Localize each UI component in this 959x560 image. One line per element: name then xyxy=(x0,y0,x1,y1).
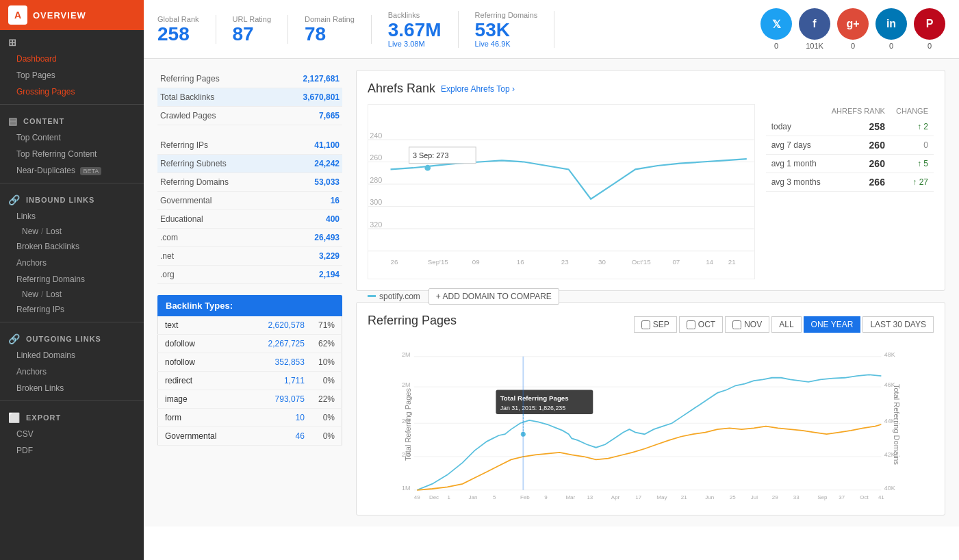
stat-value-cell: 26,493 xyxy=(288,229,342,247)
table-row: Educational 400 xyxy=(157,210,342,229)
overview-section-header: ⊞ xyxy=(0,30,144,51)
rank-row-change: ↑ 2 xyxy=(891,118,934,136)
rank-row-change: ↑ 5 xyxy=(891,155,934,173)
rank-col1-header xyxy=(766,104,826,118)
table-row: .com 26,493 xyxy=(157,229,342,247)
sidebar-item-top-referring-content[interactable]: Top Referring Content xyxy=(0,146,144,162)
facebook-count: 101K xyxy=(806,42,823,50)
svg-text:Jan: Jan xyxy=(469,494,478,500)
type-cell: nofollow xyxy=(158,353,245,372)
ahrefs-rank-chart: 240 260 280 300 320 26 Sep'15 09 16 23 3… xyxy=(368,104,755,279)
svg-text:17: 17 xyxy=(635,494,641,500)
pct-cell: 10% xyxy=(311,353,342,372)
stats-bar: Global Rank 258 URL Rating 87 Domain Rat… xyxy=(144,0,959,59)
table-row: avg 1 month 260 ↑ 5 xyxy=(766,155,934,173)
content-section-header: ▤ CONTENT xyxy=(0,109,144,129)
sidebar-item-top-pages[interactable]: Top Pages xyxy=(0,67,144,84)
sidebar-item-grossing-pages[interactable]: Grossing Pages xyxy=(0,84,144,100)
filter-all[interactable]: ALL xyxy=(771,316,801,333)
facebook-btn[interactable]: f 101K xyxy=(799,8,830,50)
sidebar-item-referring-domains[interactable]: Referring Domains xyxy=(0,271,144,288)
type-cell: redirect xyxy=(158,372,245,390)
nov-checkbox[interactable] xyxy=(732,320,741,329)
twitter-btn[interactable]: 𝕏 0 xyxy=(760,8,792,50)
googleplus-btn[interactable]: g+ 0 xyxy=(837,8,869,50)
svg-text:49: 49 xyxy=(414,494,420,500)
svg-text:Total Referring Pages: Total Referring Pages xyxy=(500,394,570,401)
sidebar-item-near-duplicates[interactable]: Near-Duplicates BETA xyxy=(0,162,144,179)
referring-domains-sub: New / Lost xyxy=(0,288,144,301)
svg-text:9: 9 xyxy=(544,494,548,500)
inbound-section-header: 🔗 INBOUND LINKS xyxy=(0,188,144,208)
referring-chart-wrapper: Total Referring Pages Total Referring Do… xyxy=(368,344,934,505)
svg-rect-66 xyxy=(522,357,524,490)
add-domain-button[interactable]: + ADD DOMAIN TO COMPARE xyxy=(429,288,559,305)
left-panel: Referring Pages 2,127,681 Total Backlink… xyxy=(157,70,342,516)
logo-icon: A xyxy=(8,5,27,25)
oct-checkbox[interactable] xyxy=(687,320,695,329)
filter-one-year[interactable]: ONE YEAR xyxy=(804,316,861,333)
filter-last-30-days[interactable]: LAST 30 DAYS xyxy=(862,316,934,333)
svg-text:1M: 1M xyxy=(402,485,410,492)
sidebar-item-links[interactable]: Links xyxy=(0,208,144,225)
googleplus-icon: g+ xyxy=(837,8,869,40)
main-content: Global Rank 258 URL Rating 87 Domain Rat… xyxy=(144,0,959,560)
filter-nov[interactable]: NOV xyxy=(725,316,769,333)
sidebar-item-anchors-outgoing[interactable]: Anchors xyxy=(0,364,144,380)
domain-rating-label: Domain Rating xyxy=(305,15,355,23)
sidebar-item-broken-links[interactable]: Broken Links xyxy=(0,380,144,396)
ahrefs-chart-area: 240 260 280 300 320 26 Sep'15 09 16 23 3… xyxy=(368,104,934,279)
referring-domains-new[interactable]: New xyxy=(22,290,38,299)
sep-checkbox[interactable] xyxy=(641,320,650,329)
ahrefs-rank-title: Ahrefs Rank Explore Ahrefs Top › xyxy=(368,81,934,96)
svg-text:Mar: Mar xyxy=(565,494,575,500)
table-row: .net 3,229 xyxy=(157,247,342,266)
backlinks-sub-value: 3.08M xyxy=(404,40,425,48)
left-stats-table1: Referring Pages 2,127,681 Total Backlink… xyxy=(157,70,342,125)
outgoing-icon: 🔗 xyxy=(8,333,21,344)
sidebar-logo[interactable]: A OVERVIEW xyxy=(0,0,144,30)
stat-label-cell: Educational xyxy=(157,210,288,229)
table-row: Referring Domains 53,033 xyxy=(157,173,342,192)
table-row: Governmental 46 0% xyxy=(158,427,342,446)
sidebar-item-linked-domains[interactable]: Linked Domains xyxy=(0,347,144,364)
referring-pages-section: Referring Pages SEP OCT NOV ALL ONE YEAR… xyxy=(356,302,945,516)
stat-value-cell: 2,194 xyxy=(288,266,342,284)
filter-sep[interactable]: SEP xyxy=(634,316,677,333)
svg-text:41: 41 xyxy=(878,494,884,500)
twitter-count: 0 xyxy=(774,42,778,50)
links-new[interactable]: New xyxy=(22,227,38,236)
table-row: dofollow 2,267,725 62% xyxy=(158,335,342,353)
sidebar-item-broken-backlinks[interactable]: Broken Backlinks xyxy=(0,238,144,255)
rank-col2-header: AHREFS RANK xyxy=(826,104,891,118)
stat-value-cell: 3,670,801 xyxy=(270,88,342,107)
svg-text:Dec: Dec xyxy=(429,494,439,500)
svg-text:5: 5 xyxy=(493,494,496,500)
sidebar-item-csv[interactable]: CSV xyxy=(0,426,144,442)
sidebar-item-referring-ips[interactable]: Referring IPs xyxy=(0,301,144,318)
sidebar-item-pdf[interactable]: PDF xyxy=(0,442,144,459)
referring-domains-lost[interactable]: Lost xyxy=(46,290,62,299)
referring-pages-header: Referring Pages SEP OCT NOV ALL ONE YEAR… xyxy=(368,314,934,336)
linkedin-btn[interactable]: in 0 xyxy=(875,8,907,50)
pinterest-btn[interactable]: P 0 xyxy=(914,8,945,50)
stat-value-cell: 400 xyxy=(288,210,342,229)
svg-text:2M: 2M xyxy=(402,381,410,388)
links-lost[interactable]: Lost xyxy=(46,227,62,236)
rank-table: AHREFS RANK CHANGE today 258 ↑ 2 avg 7 d… xyxy=(766,104,934,279)
count-cell: 793,075 xyxy=(245,390,311,409)
sidebar-item-dashboard[interactable]: Dashboard xyxy=(0,51,144,67)
filter-oct[interactable]: OCT xyxy=(679,316,723,333)
legend-spotify-label: spotify.com xyxy=(379,292,420,301)
rank-row-change: 0 xyxy=(891,136,934,155)
svg-text:300: 300 xyxy=(370,198,382,206)
backlinks-sub: Live 3.08M xyxy=(388,40,442,48)
explore-ahrefs-link[interactable]: Explore Ahrefs Top › xyxy=(441,84,515,94)
sidebar-item-anchors[interactable]: Anchors xyxy=(0,255,144,271)
backlinks-label: Backlinks xyxy=(388,11,442,19)
svg-text:16: 16 xyxy=(517,258,524,266)
referring-domains-sub-stat: Live 46.9K xyxy=(475,40,538,48)
svg-text:23: 23 xyxy=(561,258,569,266)
sidebar-item-top-content[interactable]: Top Content xyxy=(0,129,144,146)
svg-text:Jan 31, 2015: 1,826,235: Jan 31, 2015: 1,826,235 xyxy=(500,405,566,411)
